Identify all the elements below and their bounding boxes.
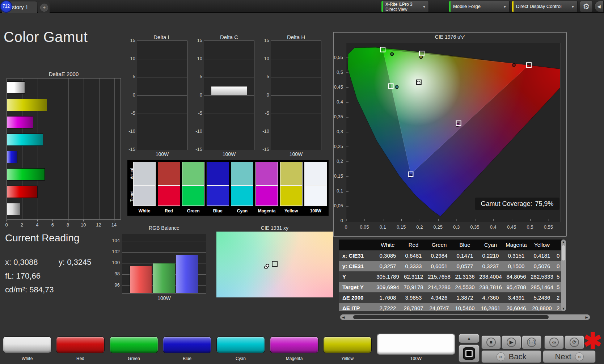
- pattern-button-red[interactable]: [56, 337, 105, 353]
- pattern-button-cyan[interactable]: [216, 337, 265, 353]
- gridline: [204, 150, 254, 150]
- pattern-window-button[interactable]: [459, 344, 480, 363]
- horizontal-scroll-thumb[interactable]: [353, 315, 549, 319]
- bar-yellow: [7, 99, 47, 111]
- measured-red: [512, 63, 515, 67]
- pattern-button-white[interactable]: [3, 337, 51, 353]
- chevron-down-icon: ▼: [422, 5, 426, 9]
- pattern-button-blue[interactable]: [163, 337, 211, 353]
- scroll-left-icon[interactable]: ◀: [341, 316, 346, 319]
- meter-mode: Direct View: [385, 7, 407, 12]
- scroll-up-icon[interactable]: ▲: [561, 240, 566, 244]
- cell: 214,2286: [426, 282, 452, 292]
- cell: 0,5076: [529, 261, 555, 271]
- y-tick-label: 96: [105, 282, 120, 288]
- current-reading-title: Current Reading: [5, 232, 79, 244]
- pattern-label: Cyan: [216, 356, 265, 361]
- gamut-coverage-value: 75,9%: [535, 200, 554, 208]
- deltae2000-title: DeltaE 2000: [7, 71, 121, 77]
- table-horizontal-scrollbar[interactable]: ◀ ▶: [340, 314, 590, 320]
- cell: 21,3136: [452, 271, 478, 282]
- cell: 282,5333: [529, 271, 555, 282]
- settings-button[interactable]: ⚙: [580, 1, 593, 12]
- pattern-button-magenta[interactable]: [270, 337, 318, 353]
- bar-100w: [7, 81, 25, 94]
- refresh-button[interactable]: ⟳: [565, 335, 584, 349]
- cell: 305,1789: [375, 271, 401, 282]
- cell: 0,1500: [503, 261, 529, 271]
- row-label: Target Y: [339, 282, 375, 292]
- source-dropdown[interactable]: Mobile Forge ▼: [449, 1, 510, 12]
- add-tab-button[interactable]: +: [38, 1, 50, 13]
- scroll-down-icon[interactable]: ▼: [561, 307, 566, 310]
- cell: 70,9178: [401, 282, 426, 292]
- column-header: White: [375, 240, 401, 250]
- table-row: x: CIE310,30850,64810,29840,14710,22100,…: [339, 250, 562, 261]
- chevron-down-icon: ▼: [503, 5, 507, 9]
- display-control-dropdown[interactable]: Direct Display Control ▼: [512, 1, 578, 12]
- loop-button[interactable]: ∞: [544, 335, 564, 349]
- gridline: [137, 150, 187, 150]
- bar-blue: [176, 255, 198, 293]
- unsaved-alert-asterisk-icon: ✱: [583, 330, 602, 352]
- actual-swatch-white: [133, 162, 156, 186]
- cell: 285,1464: [529, 282, 555, 292]
- x-tick-label: 0,25: [430, 224, 446, 230]
- results-table: WhiteRedGreenBlueCyanMagentaYellowx: CIE…: [339, 240, 562, 311]
- target-swatch-white: [133, 186, 156, 206]
- tick-mark: [114, 220, 114, 221]
- table-vertical-scrollbar[interactable]: ▲ ▼: [561, 240, 566, 311]
- table-row: Y305,178962,3112215,765821,3136238,40048…: [339, 271, 562, 282]
- y-tick-label: -5: [254, 110, 269, 116]
- next-button[interactable]: Next »: [543, 350, 596, 363]
- gridline: [137, 96, 187, 96]
- gridline: [122, 252, 206, 253]
- x-tick-label: 0,35: [467, 224, 483, 230]
- pattern-button-100w[interactable]: [377, 334, 455, 355]
- collapse-panel-button[interactable]: ◀: [594, 1, 604, 12]
- target-swatch-green: [182, 186, 204, 206]
- display-control-name: Direct Display Control: [516, 4, 562, 9]
- refresh-icon: ⟳: [570, 338, 579, 347]
- pattern-button-green[interactable]: [110, 337, 158, 353]
- cell: 0,3237: [478, 261, 503, 271]
- target-swatch-blue: [207, 186, 229, 206]
- cell: 0,6481: [401, 250, 426, 261]
- x-tick-label: 0,55: [540, 224, 556, 230]
- measured-point: [266, 264, 269, 267]
- actual-swatch-100w: [304, 162, 327, 186]
- y-tick-label: -15: [120, 147, 135, 152]
- y-tick-label: 0,5: [325, 69, 343, 75]
- vertical-scroll-thumb[interactable]: [562, 245, 565, 261]
- table-row: ΔE 20001,76083,98534,94261,38724,73603,4…: [339, 292, 562, 303]
- cell: 1,7608: [375, 292, 401, 303]
- meter-status-stripe: [381, 1, 383, 12]
- back-button[interactable]: « Back: [481, 350, 541, 363]
- stop-button[interactable]: ■: [481, 335, 501, 349]
- y-tick-label: 102: [105, 249, 120, 254]
- y-tick-label: 0,2: [325, 158, 343, 164]
- target-swatch-red: [158, 186, 180, 206]
- x-tick-label: 0: [1, 222, 12, 228]
- cie1976-svg: [346, 43, 560, 221]
- cell: 4,7360: [478, 292, 503, 303]
- actual-swatch-red: [158, 162, 180, 186]
- scroll-right-icon[interactable]: ▶: [584, 316, 589, 319]
- pattern-button-yellow[interactable]: [323, 337, 372, 353]
- swatch-label: 100W: [304, 208, 327, 213]
- gridline: [204, 96, 254, 96]
- pattern-up-button[interactable]: ▲: [459, 334, 480, 343]
- target-swatch-100w: [304, 186, 327, 206]
- gridline: [99, 79, 100, 219]
- gridline: [137, 77, 187, 77]
- pattern-label: 100W: [377, 356, 455, 361]
- cell: 5,2436: [529, 292, 555, 303]
- range-button[interactable]: [↔]: [522, 335, 541, 349]
- cell: 0,6051: [426, 261, 452, 271]
- x-tick-label: 0,3: [448, 224, 464, 230]
- play-button[interactable]: ▶: [502, 335, 521, 349]
- gridline: [53, 79, 53, 219]
- meter-dropdown[interactable]: X-Rite i1Pro 3 Direct View ▼: [381, 1, 429, 12]
- cell: 0,2210: [478, 250, 503, 261]
- y-tick-label: 0,3: [325, 129, 343, 134]
